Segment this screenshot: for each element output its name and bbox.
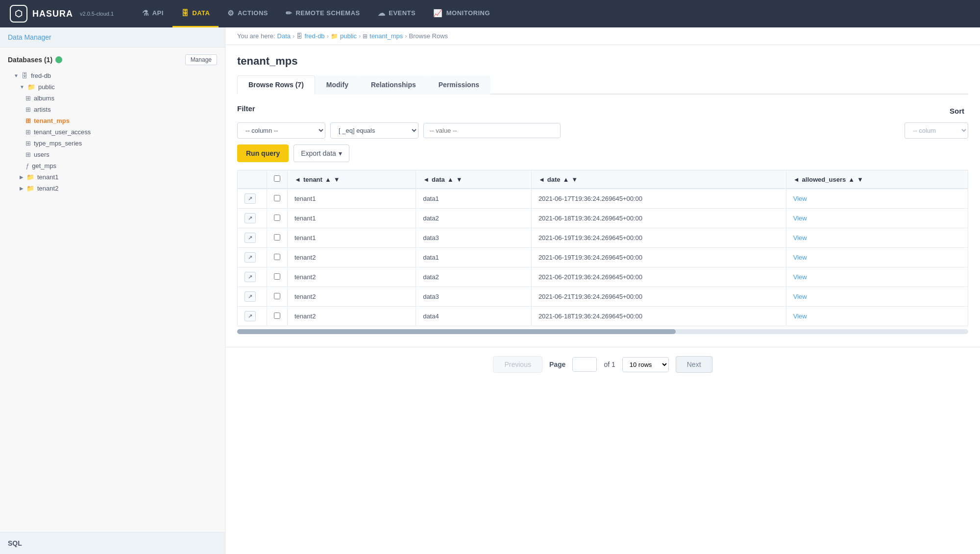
sidebar-header: Databases (1) Manage — [8, 54, 217, 65]
allowed-users-col-sort-desc-icon[interactable]: ▼ — [857, 176, 863, 183]
allowed-users-col-sort-icon[interactable]: ◄ — [793, 176, 800, 183]
row-data: data1 — [416, 189, 532, 209]
tenant-col-sort-desc-icon[interactable]: ▼ — [334, 176, 340, 183]
row-date: 2021-06-20T19:36:24.269645+00:00 — [531, 267, 786, 287]
logo-area: ⬡ HASURA v2.0.5-cloud.1 — [10, 5, 114, 23]
row-checkbox[interactable] — [274, 215, 280, 221]
sidebar-item-fred-db[interactable]: ▼ 🗄 fred-db — [8, 70, 217, 81]
sql-link[interactable]: SQL — [8, 539, 22, 547]
view-allowed-users-link[interactable]: View — [793, 195, 807, 202]
app-version: v2.0.5-cloud.1 — [80, 11, 114, 17]
row-tenant: tenant1 — [288, 189, 416, 209]
data-col-sort-desc-icon[interactable]: ▼ — [456, 176, 463, 183]
breadcrumb-sep-3: › — [359, 32, 361, 40]
expand-row-button[interactable]: ↗ — [245, 213, 256, 223]
databases-title: Databases (1) — [8, 56, 62, 64]
sidebar-item-tenant-mps[interactable]: ⊞ tenant_mps — [8, 115, 217, 126]
row-checkbox[interactable] — [274, 234, 280, 241]
sort-column-select[interactable]: -- colum — [905, 122, 968, 139]
row-data: data2 — [416, 209, 532, 228]
tab-relationships[interactable]: Relationships — [360, 75, 427, 95]
nav-item-data[interactable]: 🗄 DATA — [172, 0, 219, 27]
sidebar-item-public[interactable]: ▼ 📁 public — [8, 81, 217, 93]
actions-icon: ⚙ — [227, 9, 234, 18]
view-allowed-users-link[interactable]: View — [793, 234, 807, 241]
sidebar-item-tenant1[interactable]: ▶ 📁 tenant1 — [8, 171, 217, 183]
next-button[interactable]: Next — [676, 356, 712, 373]
row-checkbox[interactable] — [274, 313, 280, 319]
view-allowed-users-link[interactable]: View — [793, 313, 807, 320]
column-select[interactable]: -- column -- tenant data date allowed_us… — [237, 122, 325, 139]
nav-label-events: EVENTS — [389, 9, 416, 17]
nav-item-actions[interactable]: ⚙ ACTIONS — [219, 0, 277, 27]
sidebar-item-albums[interactable]: ⊞ albums — [8, 93, 217, 104]
sort-label: Sort — [950, 107, 964, 115]
sidebar-item-tenant2[interactable]: ▶ 📁 tenant2 — [8, 183, 217, 194]
sidebar-item-get-mps[interactable]: ƒ get_mps — [8, 160, 217, 171]
export-data-button[interactable]: Export data ▾ — [294, 145, 349, 162]
expand-row-button[interactable]: ↗ — [245, 291, 256, 302]
page-input[interactable]: 1 — [572, 357, 597, 372]
date-col-sort-desc-icon[interactable]: ▼ — [571, 176, 578, 183]
date-col-sort-asc-icon[interactable]: ▲ — [563, 176, 569, 183]
tab-browse-rows-label: Browse Rows (7) — [248, 81, 304, 89]
breadcrumb-fred-db[interactable]: fred-db — [304, 32, 324, 40]
table-scrollbar[interactable] — [237, 329, 968, 334]
sidebar-databases-section: Databases (1) Manage ▼ 🗄 fred-db ▼ 📁 pub… — [0, 48, 225, 198]
row-checkbox[interactable] — [274, 293, 280, 299]
expand-row-button[interactable]: ↗ — [245, 233, 256, 243]
row-checkbox[interactable] — [274, 195, 280, 201]
tenant-col-label: tenant — [303, 176, 322, 183]
nav-item-api[interactable]: ⚗ API — [133, 0, 172, 27]
breadcrumb-public[interactable]: public — [340, 32, 357, 40]
nav-item-remote-schemas[interactable]: ✏ REMOTE SCHEMAS — [277, 0, 369, 27]
previous-button[interactable]: Previous — [493, 356, 542, 373]
view-allowed-users-link[interactable]: View — [793, 215, 807, 222]
row-allowed-users: View — [786, 287, 968, 307]
value-input[interactable] — [423, 123, 561, 138]
expand-row-button[interactable]: ↗ — [245, 311, 256, 321]
operator-select[interactable]: [ _eq] equals — [330, 122, 418, 139]
view-allowed-users-link[interactable]: View — [793, 273, 807, 281]
sidebar-label-type-mps-series: type_mps_series — [34, 140, 82, 147]
table-scrollbar-thumb[interactable] — [237, 329, 676, 334]
allowed-users-col-label: allowed_users — [802, 176, 846, 183]
expand-row-button[interactable]: ↗ — [245, 272, 256, 282]
breadcrumb-tenant-mps[interactable]: tenant_mps — [369, 32, 403, 40]
databases-status-dot — [55, 56, 62, 63]
sidebar-item-users[interactable]: ⊞ users — [8, 149, 217, 160]
row-check-cell — [267, 248, 288, 267]
data-col-sort-icon[interactable]: ◄ — [423, 176, 429, 183]
tab-permissions[interactable]: Permissions — [427, 75, 490, 95]
view-allowed-users-link[interactable]: View — [793, 254, 807, 261]
sidebar-item-type-mps-series[interactable]: ⊞ type_mps_series — [8, 138, 217, 149]
tab-browse-rows[interactable]: Browse Rows (7) — [237, 75, 315, 95]
sidebar-label-fred-db: fred-db — [31, 72, 51, 79]
row-data: data4 — [416, 307, 532, 326]
run-query-button[interactable]: Run query — [237, 145, 289, 162]
data-manager-link[interactable]: Data Manager — [8, 33, 51, 41]
breadcrumb-data[interactable]: Data — [277, 32, 291, 40]
allowed-users-col-sort-asc-icon[interactable]: ▲ — [848, 176, 855, 183]
data-col-sort-asc-icon[interactable]: ▲ — [447, 176, 454, 183]
date-col-sort-icon[interactable]: ◄ — [539, 176, 545, 183]
row-tenant: tenant1 — [288, 228, 416, 248]
row-check-cell — [267, 307, 288, 326]
view-allowed-users-link[interactable]: View — [793, 293, 807, 300]
sidebar-item-tenant-user-access[interactable]: ⊞ tenant_user_access — [8, 126, 217, 138]
pagination: Previous Page 1 of 1 10 rows 25 rows 50 … — [225, 347, 980, 382]
tenant-col-sort-asc-icon[interactable]: ▲ — [325, 176, 331, 183]
row-checkbox[interactable] — [274, 273, 280, 280]
nav-item-monitoring[interactable]: 📈 MONITORING — [424, 0, 499, 27]
rows-per-page-select[interactable]: 10 rows 25 rows 50 rows 100 rows — [622, 357, 669, 372]
row-tenant: tenant2 — [288, 287, 416, 307]
select-all-checkbox[interactable] — [274, 175, 280, 182]
nav-item-events[interactable]: ☁ EVENTS — [369, 0, 425, 27]
tenant-col-sort-icon[interactable]: ◄ — [294, 176, 301, 183]
tab-modify[interactable]: Modify — [315, 75, 360, 95]
row-checkbox[interactable] — [274, 254, 280, 260]
sidebar-item-artists[interactable]: ⊞ artists — [8, 104, 217, 115]
expand-row-button[interactable]: ↗ — [245, 252, 256, 263]
manage-button[interactable]: Manage — [185, 54, 217, 65]
expand-row-button[interactable]: ↗ — [245, 193, 256, 204]
